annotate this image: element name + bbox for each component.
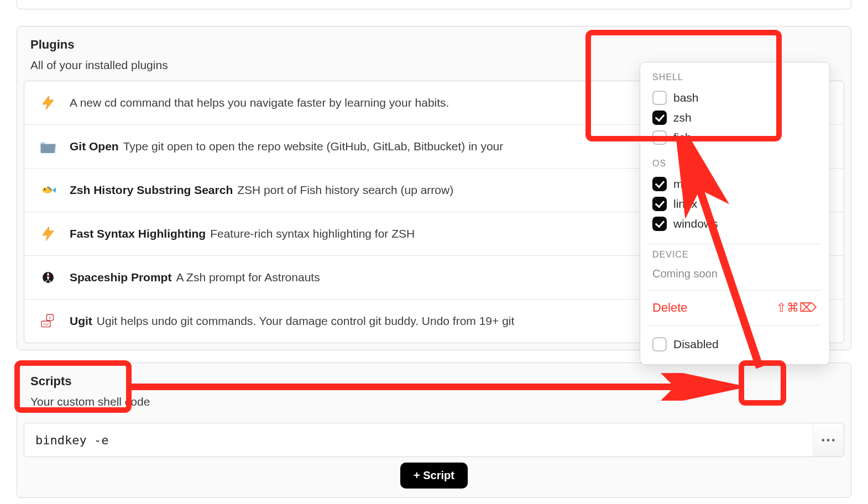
- os-heading: OS: [652, 159, 817, 169]
- keycaps-icon: z Ctrl: [36, 309, 60, 333]
- checkbox-checked-icon[interactable]: [652, 111, 667, 125]
- plugin-desc: Type git open to open the repo website (…: [123, 138, 504, 154]
- shell-section: SHELL bash zsh fish: [640, 69, 829, 155]
- delete-shortcut: ⇧⌘⌦: [776, 301, 817, 315]
- fish-icon: [36, 179, 60, 202]
- scripts-title: Scripts: [30, 374, 838, 389]
- plugin-name: Ugit: [70, 313, 92, 329]
- options-panel: SHELL bash zsh fish OS macos linux: [640, 62, 830, 365]
- plugin-desc: A new cd command that helps you navigate…: [70, 95, 449, 111]
- delete-label: Delete: [652, 301, 688, 315]
- script-row[interactable]: bindkey -e ⋯: [24, 423, 844, 457]
- option-label: macos: [673, 177, 708, 191]
- checkbox-icon[interactable]: [652, 91, 667, 105]
- scripts-header: Scripts Your custom shell code: [17, 363, 851, 417]
- plugin-desc: Feature-rich syntax highlighting for ZSH: [210, 225, 415, 242]
- shell-heading: SHELL: [652, 72, 817, 82]
- svg-text:Ctrl: Ctrl: [43, 323, 48, 326]
- plugin-text: Ugit Ugit helps undo git commands. Your …: [70, 313, 514, 329]
- plugin-name: Spaceship Prompt: [70, 269, 171, 285]
- os-option-windows[interactable]: windows: [652, 214, 817, 234]
- checkbox-checked-icon[interactable]: [652, 177, 667, 191]
- plugin-text: Zsh History Substring Search ZSH port of…: [70, 182, 453, 198]
- folder-icon: [36, 135, 60, 158]
- more-button[interactable]: ⋯: [813, 423, 844, 456]
- plugin-desc: Ugit helps undo git commands. Your damag…: [97, 313, 514, 329]
- script-code: bindkey -e: [24, 433, 813, 447]
- shell-option-fish[interactable]: fish: [652, 128, 817, 148]
- os-option-macos[interactable]: macos: [652, 174, 817, 194]
- os-section: OS macos linux windows: [640, 155, 829, 242]
- delete-action[interactable]: Delete ⇧⌘⌦: [640, 293, 829, 323]
- shell-option-zsh[interactable]: zsh: [652, 108, 817, 128]
- device-section: DEVICE Coming soon: [640, 246, 829, 288]
- disabled-section: Disabled: [640, 328, 829, 356]
- shell-option-bash[interactable]: bash: [652, 88, 817, 108]
- svg-point-0: [42, 187, 53, 193]
- plugin-text: Fast Syntax Highlighting Feature-rich sy…: [70, 225, 415, 242]
- plugin-text: Spaceship Prompt A Zsh prompt for Astron…: [70, 269, 320, 285]
- lightning-icon: [36, 222, 60, 245]
- checkbox-icon[interactable]: [652, 130, 667, 145]
- scripts-subtitle: Your custom shell code: [30, 395, 838, 408]
- scripts-card: Scripts Your custom shell code bindkey -…: [17, 363, 851, 498]
- lightning-icon: [36, 91, 60, 114]
- option-label: zsh: [673, 111, 692, 124]
- previous-card-fragment: [17, 0, 851, 9]
- device-heading: DEVICE: [652, 250, 817, 260]
- plugin-text: A new cd command that helps you navigate…: [70, 95, 449, 111]
- checkbox-checked-icon[interactable]: [652, 217, 667, 231]
- option-label: bash: [673, 91, 699, 104]
- device-coming-soon: Coming soon: [652, 265, 817, 280]
- plugin-name: Zsh History Substring Search: [70, 182, 233, 198]
- divider: [648, 325, 822, 326]
- svg-point-3: [47, 275, 49, 277]
- svg-text:z: z: [49, 315, 51, 320]
- divider: [648, 290, 822, 291]
- option-label: fish: [673, 131, 692, 144]
- divider: [648, 244, 822, 244]
- disabled-option[interactable]: Disabled: [652, 334, 817, 354]
- plugin-text: Git Open Type git open to open the repo …: [70, 138, 503, 154]
- checkbox-icon[interactable]: [652, 337, 667, 351]
- rocket-icon: [36, 266, 60, 289]
- plugins-title: Plugins: [30, 38, 838, 52]
- plugin-desc: ZSH port of Fish history search (up arro…: [237, 182, 453, 198]
- plugin-desc: A Zsh prompt for Astronauts: [176, 269, 320, 285]
- option-label: linux: [673, 197, 697, 211]
- os-option-linux[interactable]: linux: [652, 194, 817, 214]
- svg-point-1: [44, 188, 45, 190]
- option-label: windows: [673, 217, 718, 230]
- more-icon: ⋯: [820, 432, 837, 448]
- add-script-button[interactable]: + Script: [400, 463, 468, 489]
- checkbox-checked-icon[interactable]: [652, 197, 667, 211]
- plugin-name: Fast Syntax Highlighting: [70, 225, 206, 242]
- plugin-name: Git Open: [70, 138, 119, 154]
- plugins-card: Plugins All of your installed plugins A …: [17, 26, 851, 350]
- option-label: Disabled: [673, 338, 719, 351]
